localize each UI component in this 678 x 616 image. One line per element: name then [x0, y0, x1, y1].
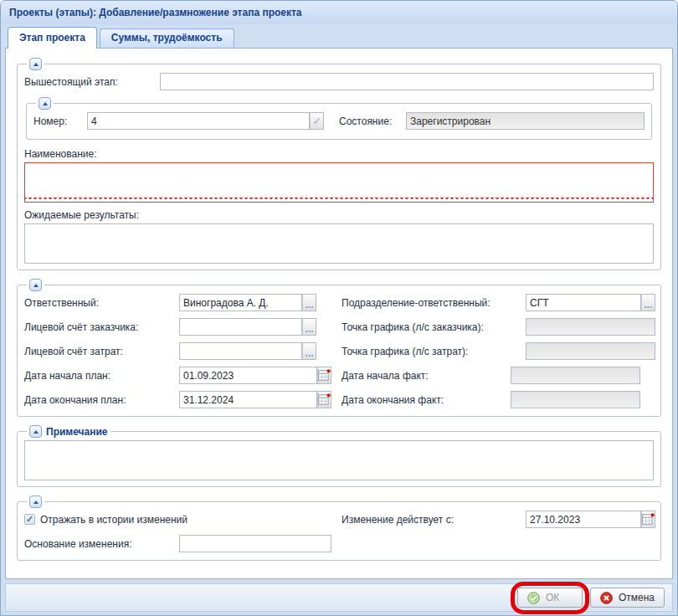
- fieldset-details: Ответственный: ... Подразделение-ответст…: [17, 279, 661, 417]
- button-bar: ОК Отмена: [5, 583, 673, 612]
- ok-check-circle-icon: [527, 592, 540, 604]
- department-label: Подразделение-ответственный:: [342, 297, 526, 309]
- window-titlebar[interactable]: Проекты (этапы): Добавление/размножение …: [1, 1, 677, 24]
- cost-schedule-point-label: Точка графика (л/с затрат):: [342, 346, 526, 357]
- ellipsis-icon: ...: [305, 301, 313, 311]
- change-date-label: Изменение действует с:: [342, 514, 526, 526]
- calendar-icon: [642, 513, 655, 526]
- customer-schedule-point-field: [526, 318, 655, 336]
- parent-stage-input[interactable]: [160, 73, 654, 90]
- ellipsis-icon: ...: [305, 326, 313, 335]
- chevron-up-icon: [33, 501, 39, 504]
- plan-end-date-input[interactable]: [179, 391, 317, 408]
- fieldset-number-state: Номер: ✓ Состояние:: [26, 97, 652, 140]
- customer-account-lookup-trigger[interactable]: ...: [302, 318, 316, 336]
- number-confirm-trigger[interactable]: ✓: [310, 112, 324, 130]
- cancel-cross-circle-icon: [600, 592, 613, 604]
- change-date-trigger[interactable]: [641, 511, 655, 528]
- collapse-toggle-details[interactable]: [29, 279, 42, 291]
- tab-sums-labor[interactable]: Суммы, трудоёмкость: [100, 28, 234, 48]
- plan-start-date-input[interactable]: [179, 367, 317, 384]
- fact-end-label: Дата окончания факт:: [326, 394, 511, 406]
- customer-schedule-point-label: Точка графика (л/с заказчика):: [342, 321, 526, 333]
- department-input[interactable]: [526, 294, 641, 311]
- fieldset-main: Вышестоящий этап: Номер:: [17, 58, 661, 270]
- cancel-button-label: Отмена: [619, 592, 655, 603]
- fieldset-note: Примечание: [17, 425, 661, 487]
- parent-stage-label: Вышестоящий этап:: [24, 76, 160, 88]
- responsible-input[interactable]: [179, 294, 302, 311]
- chevron-up-icon: [33, 63, 39, 66]
- chevron-up-icon: [33, 284, 39, 287]
- number-label: Номер:: [33, 116, 87, 127]
- change-reason-input[interactable]: [179, 535, 331, 552]
- responsible-label: Ответственный:: [24, 297, 179, 309]
- note-legend: Примечание: [46, 426, 108, 438]
- check-icon: ✓: [312, 116, 321, 127]
- chevron-up-icon: [33, 430, 39, 434]
- history-checkbox-label: Отражать в истории изменений: [40, 514, 187, 526]
- cost-schedule-point-field: [526, 342, 655, 360]
- collapse-toggle-main[interactable]: [29, 58, 42, 70]
- history-checkbox: ✓: [24, 514, 35, 525]
- expected-results-textarea[interactable]: [24, 223, 654, 264]
- window-title: Проекты (этапы): Добавление/размножение …: [9, 7, 302, 18]
- name-label: Наименование:: [24, 148, 654, 160]
- state-label: Состояние:: [339, 116, 406, 127]
- invalid-underline-icon: [25, 198, 653, 202]
- tab-strip: Этап проекта Суммы, трудоёмкость: [5, 26, 673, 48]
- name-textarea[interactable]: [25, 163, 653, 198]
- dialog-window: Проекты (этапы): Добавление/размножение …: [0, 0, 678, 616]
- tab-sums-labor-label: Суммы, трудоёмкость: [111, 32, 223, 44]
- change-date-input[interactable]: [526, 511, 641, 528]
- chevron-up-icon: [43, 102, 48, 105]
- checkmark-icon: ✓: [26, 515, 33, 524]
- responsible-lookup-trigger[interactable]: ...: [302, 294, 316, 311]
- change-reason-label: Основание изменения:: [24, 538, 179, 550]
- plan-start-label: Дата начала план:: [24, 370, 179, 382]
- cancel-button[interactable]: Отмена: [590, 588, 665, 608]
- form-panel: Вышестоящий этап: Номер:: [5, 48, 673, 579]
- ok-button[interactable]: ОК: [517, 588, 583, 608]
- note-textarea[interactable]: [24, 440, 654, 480]
- cost-account-input[interactable]: [179, 342, 302, 360]
- cost-account-lookup-trigger[interactable]: ...: [302, 342, 316, 360]
- tab-stage-project-label: Этап проекта: [19, 32, 85, 44]
- cost-account-label: Лицевой счёт затрат:: [24, 346, 179, 357]
- tab-stage-project[interactable]: Этап проекта: [8, 27, 97, 49]
- tab-panel: Этап проекта Суммы, трудоёмкость Вышесто…: [1, 24, 677, 579]
- fact-start-date-field: [511, 367, 640, 384]
- collapse-toggle-history[interactable]: [29, 495, 42, 508]
- plan-end-label: Дата окончания план:: [24, 394, 179, 406]
- state-field: [406, 112, 645, 130]
- ok-button-label: ОК: [546, 592, 559, 603]
- ellipsis-icon: ...: [644, 301, 652, 311]
- expected-results-label: Ожидаемые результаты:: [24, 209, 654, 221]
- collapse-toggle-number[interactable]: [39, 97, 51, 110]
- fact-end-date-field: [511, 391, 640, 408]
- name-field-invalid: [24, 162, 654, 203]
- fact-start-label: Дата начала факт:: [326, 370, 511, 382]
- number-input[interactable]: [87, 112, 310, 130]
- ellipsis-icon: ...: [305, 350, 313, 359]
- department-lookup-trigger[interactable]: ...: [641, 294, 655, 311]
- customer-account-input[interactable]: [179, 318, 302, 336]
- fieldset-history: ✓ Отражать в истории изменений Изменение…: [17, 495, 661, 561]
- collapse-toggle-note[interactable]: [29, 425, 42, 438]
- customer-account-label: Лицевой счёт заказчика:: [24, 321, 179, 333]
